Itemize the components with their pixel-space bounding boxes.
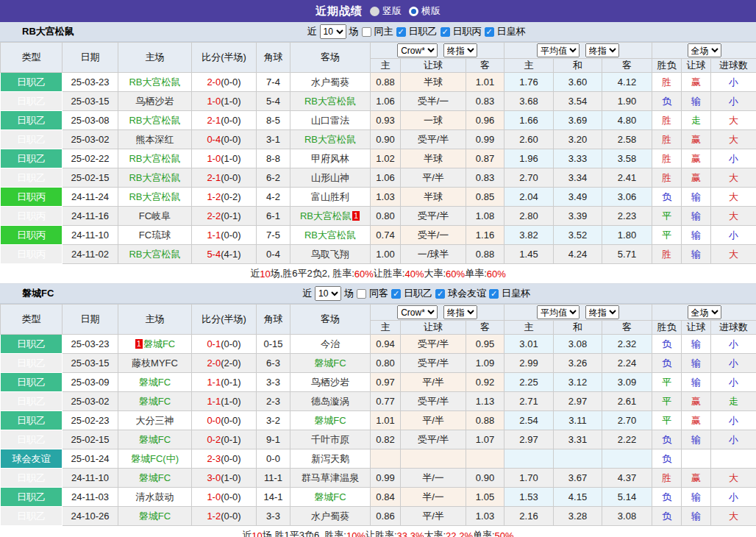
subcol-avg-away: 客	[602, 59, 652, 73]
avg-home: 2.54	[504, 411, 554, 430]
result-outcome: 平	[652, 411, 682, 430]
home-team: RB大宫松鼠	[118, 168, 192, 188]
summary-text: 让胜率:	[365, 529, 397, 537]
home-team: 熊本深红	[118, 130, 192, 149]
odds-away: 0.99	[466, 130, 504, 149]
avg-away: 4.12	[602, 73, 652, 92]
result-scope-select[interactable]: 全场	[688, 305, 721, 319]
avg-away: 3.58	[602, 149, 652, 168]
avg-draw: 3.31	[554, 430, 602, 449]
avg-draw: 3.67	[554, 469, 602, 488]
away-team: 山口雷法	[290, 111, 371, 130]
games-label: 场	[344, 287, 354, 300]
result-outcome: 胜	[652, 469, 682, 488]
avg-source-select[interactable]: 平均值	[537, 305, 580, 319]
league-type-badge: 日职乙	[1, 130, 63, 149]
avg-away: 2.32	[602, 335, 652, 354]
summary-text: 60%	[354, 268, 374, 280]
avg-home: 1.66	[504, 111, 554, 130]
same-venue-checkbox[interactable]	[362, 27, 371, 37]
away-team: 富山胜利	[290, 188, 371, 207]
result-outcome: 平	[652, 392, 682, 411]
avg-time-select[interactable]: 终指	[585, 43, 619, 57]
home-team: 磐城FC	[118, 430, 192, 449]
radio-icon[interactable]	[370, 7, 379, 16]
odds-away: 1.16	[466, 226, 504, 245]
odds-handicap: 受平/半	[401, 430, 466, 449]
result-handicap: 输	[682, 188, 711, 207]
recent-count-select[interactable]: 10	[315, 286, 341, 301]
match-row: 日职乙25-03-02磐城FC1-1(1-0)2-3德岛漩涡0.77受平/半1.…	[1, 392, 756, 411]
league-checkbox-j2[interactable]	[391, 289, 401, 299]
result-goals: 小	[711, 335, 756, 354]
result-handicap: 输	[682, 507, 711, 526]
result-outcome: 负	[652, 188, 682, 207]
subcol-odds-away: 客	[466, 321, 504, 335]
odds-time-select[interactable]: 终指	[443, 305, 477, 319]
odds-group-header: Crow* 终指	[371, 305, 504, 321]
odds-away: 0.88	[466, 411, 504, 430]
away-team: 千叶市原	[290, 430, 371, 449]
result-outcome: 负	[652, 507, 682, 526]
odds-handicap: 平/半	[401, 168, 466, 188]
col-header-date: 日期	[63, 43, 118, 73]
corner-score: 0-4	[257, 245, 290, 264]
league-checkbox-j2[interactable]	[396, 27, 406, 37]
live-rank-badge: 1	[352, 211, 360, 221]
corner-score: 7-4	[257, 73, 290, 92]
same-venue-checkbox[interactable]	[357, 289, 366, 299]
score: 0-2(0-1)	[192, 430, 257, 449]
layout-radio-horizontal[interactable]: 横版	[409, 4, 441, 18]
league-type-badge: 日职乙	[1, 488, 63, 507]
avg-away: 3.08	[602, 507, 652, 526]
avg-draw: 4.24	[554, 245, 602, 264]
result-handicap: 赢	[682, 411, 711, 430]
avg-draw: 3.54	[554, 92, 602, 111]
away-team: RB大宫松鼠1	[290, 207, 371, 226]
result-goals: 大	[711, 168, 756, 188]
odds-home: 1.00	[371, 245, 401, 264]
odds-source-select[interactable]: Crow*	[397, 305, 438, 319]
subcol-handicap-result: 让球	[682, 59, 711, 73]
avg-away: 2.22	[602, 430, 652, 449]
league-checkbox-cup[interactable]	[485, 27, 494, 37]
odds-away: 1.09	[466, 354, 504, 373]
league-checkbox-cup[interactable]	[489, 289, 499, 299]
odds-home	[371, 449, 401, 469]
summary-text: 40%	[404, 268, 424, 280]
league-checkbox-j3[interactable]	[441, 27, 450, 37]
avg-away: 2.70	[602, 411, 652, 430]
col-header-type: 类型	[1, 305, 63, 335]
avg-time-select[interactable]: 终指	[585, 305, 619, 319]
summary-text: 10	[252, 530, 262, 537]
odds-home: 0.99	[371, 469, 401, 488]
result-goals	[711, 449, 756, 469]
avg-home: 1.96	[504, 149, 554, 168]
odds-source-select[interactable]: Crow*	[397, 43, 438, 57]
league-label-j3: 日职丙	[453, 25, 482, 38]
match-date: 25-03-09	[63, 373, 118, 392]
summary-text: 大率:	[424, 267, 446, 280]
layout-radio-vertical[interactable]: 竖版	[370, 4, 402, 18]
league-checkbox-friendly[interactable]	[435, 289, 445, 299]
recent-count-select[interactable]: 10	[320, 24, 346, 39]
avg-source-select[interactable]: 平均值	[537, 43, 580, 57]
odds-time-select[interactable]: 终指	[443, 43, 477, 57]
score: 2-1(0-0)	[192, 111, 257, 130]
summary-text: 单率:	[465, 267, 487, 280]
result-scope-select[interactable]: 全场	[688, 43, 721, 57]
home-team: RB大宫松鼠	[118, 149, 192, 168]
avg-away: 5.14	[602, 488, 652, 507]
score: 5-4(4-1)	[192, 245, 257, 264]
home-team: RB大宫松鼠	[118, 188, 192, 207]
radio-icon[interactable]	[409, 7, 418, 16]
col-header-home: 主场	[118, 43, 192, 73]
result-outcome: 胜	[652, 73, 682, 92]
away-team: RB大宫松鼠	[290, 92, 371, 111]
avg-group-header: 平均值 终指	[504, 43, 652, 59]
avg-away: 4.80	[602, 111, 652, 130]
odds-home: 0.84	[371, 488, 401, 507]
league-type-badge: 日职乙	[1, 507, 63, 526]
corner-score: 6-1	[257, 207, 290, 226]
odds-handicap: 平/半	[401, 411, 466, 430]
